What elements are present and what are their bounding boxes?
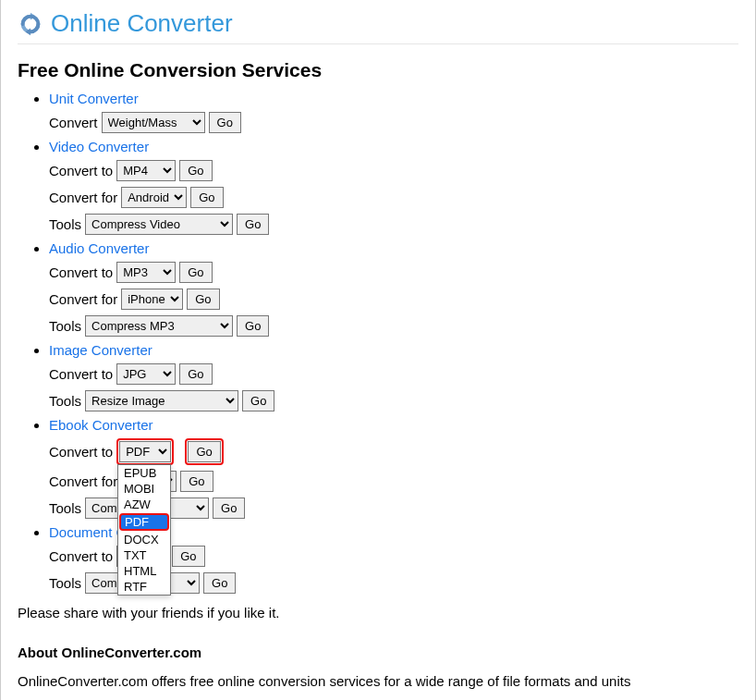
label-convert-for: Convert for <box>49 190 117 205</box>
unit-convert-select[interactable]: Weight/Mass <box>102 112 205 133</box>
audio-converter-link[interactable]: Audio Converter <box>49 240 149 256</box>
audio-convert-to-go[interactable]: Go <box>179 262 212 283</box>
label-convert-for: Convert for <box>49 291 117 307</box>
unit-go-button[interactable]: Go <box>209 112 241 133</box>
video-convert-to-select[interactable]: MP4 <box>116 160 176 181</box>
sections-list: Unit Converter Convert Weight/Mass Go Vi… <box>18 91 738 594</box>
video-convert-to-go[interactable]: Go <box>179 160 212 181</box>
dropdown-option-txt[interactable]: TXT <box>118 547 170 563</box>
ebook-convert-to-highlight: PDF <box>116 438 174 465</box>
video-tools-go[interactable]: Go <box>237 214 269 235</box>
ebook-go-highlight: Go <box>185 438 223 465</box>
section-image: Image Converter Convert to JPG Go Tools … <box>49 342 738 411</box>
label-tools: Tools <box>49 318 81 334</box>
label-convert-to: Convert to <box>49 264 113 280</box>
video-convert-for-go[interactable]: Go <box>190 187 223 208</box>
section-audio: Audio Converter Convert to MP3 Go Conver… <box>49 240 738 337</box>
label-tools: Tools <box>49 575 81 591</box>
document-convert-to-go[interactable]: Go <box>172 546 204 567</box>
about-title: About OnlineConverter.com <box>18 645 738 660</box>
dropdown-option-docx[interactable]: DOCX <box>118 532 170 547</box>
ebook-convert-for-go[interactable]: Go <box>180 471 213 492</box>
ebook-converter-link[interactable]: Ebook Converter <box>49 417 153 433</box>
document-tools-go[interactable]: Go <box>203 572 236 594</box>
label-convert-to: Convert to <box>49 163 113 178</box>
dropdown-option-pdf[interactable]: PDF <box>119 513 169 531</box>
ebook-convert-to-dropdown[interactable]: EPUB MOBI AZW PDF DOCX TXT HTML RTF <box>117 464 171 596</box>
ebook-tools-go[interactable]: Go <box>213 497 245 519</box>
dropdown-option-azw[interactable]: AZW <box>118 497 170 512</box>
page-title: Free Online Conversion Services <box>18 59 738 81</box>
audio-convert-for-go[interactable]: Go <box>187 289 219 310</box>
unit-converter-link[interactable]: Unit Converter <box>49 91 139 106</box>
image-converter-link[interactable]: Image Converter <box>49 342 152 358</box>
label-convert-to: Convert to <box>49 548 113 564</box>
dropdown-option-mobi[interactable]: MOBI <box>118 481 170 497</box>
label-tools: Tools <box>49 393 81 409</box>
image-convert-to-go[interactable]: Go <box>179 363 212 385</box>
dropdown-option-rtf[interactable]: RTF <box>118 579 170 595</box>
image-tools-go[interactable]: Go <box>242 390 274 411</box>
refresh-icon <box>18 11 43 37</box>
video-convert-for-select[interactable]: Android <box>121 187 187 208</box>
brand-name[interactable]: Online Converter <box>51 9 233 38</box>
page: Online Converter Free Online Conversion … <box>0 0 756 700</box>
ebook-convert-to-select[interactable]: PDF <box>119 441 171 462</box>
label-convert-for: Convert for <box>49 473 117 489</box>
label-convert: Convert <box>49 115 98 130</box>
document-converter-link[interactable]: Document C <box>49 524 126 540</box>
image-tools-select[interactable]: Resize Image <box>85 390 238 411</box>
label-tools: Tools <box>49 216 81 232</box>
label-convert-to: Convert to <box>49 444 113 460</box>
about-body: OnlineConverter.com offers free online c… <box>18 673 738 689</box>
share-line: Please share with your friends if you li… <box>18 605 738 620</box>
label-convert-to: Convert to <box>49 366 113 382</box>
section-ebook: Ebook Converter Convert to PDF Go <box>49 417 738 519</box>
audio-convert-to-select[interactable]: MP3 <box>116 262 176 283</box>
section-unit: Unit Converter Convert Weight/Mass Go <box>49 91 738 133</box>
image-convert-to-select[interactable]: JPG <box>116 363 176 385</box>
audio-tools-go[interactable]: Go <box>237 315 269 337</box>
audio-convert-for-select[interactable]: iPhone <box>121 289 183 310</box>
dropdown-option-epub[interactable]: EPUB <box>118 465 170 481</box>
brand-bar: Online Converter <box>18 9 738 44</box>
ebook-convert-to-go[interactable]: Go <box>188 441 220 462</box>
section-video: Video Converter Convert to MP4 Go Conver… <box>49 139 738 235</box>
video-converter-link[interactable]: Video Converter <box>49 139 149 154</box>
video-tools-select[interactable]: Compress Video <box>85 214 233 235</box>
label-tools: Tools <box>49 500 81 516</box>
dropdown-option-html[interactable]: HTML <box>118 563 170 579</box>
audio-tools-select[interactable]: Compress MP3 <box>85 315 233 337</box>
